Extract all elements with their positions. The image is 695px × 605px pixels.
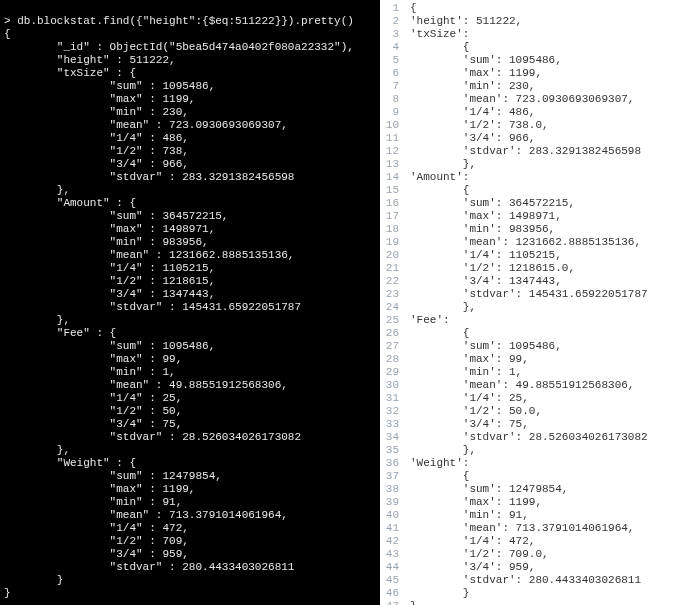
line-number: 29: [382, 366, 399, 379]
line-number: 44: [382, 561, 399, 574]
line-number: 30: [382, 379, 399, 392]
line-number: 33: [382, 418, 399, 431]
line-number: 32: [382, 405, 399, 418]
line-number: 14: [382, 171, 399, 184]
line-number: 1: [382, 2, 399, 15]
line-number: 10: [382, 119, 399, 132]
line-number: 31: [382, 392, 399, 405]
line-number: 46: [382, 587, 399, 600]
line-number: 6: [382, 67, 399, 80]
line-number: 39: [382, 496, 399, 509]
line-number: 38: [382, 483, 399, 496]
line-number: 43: [382, 548, 399, 561]
line-number: 4: [382, 41, 399, 54]
line-number: 3: [382, 28, 399, 41]
line-gutter: 1234567891011121314151617181920212223242…: [380, 0, 406, 605]
line-number: 27: [382, 340, 399, 353]
line-number: 12: [382, 145, 399, 158]
terminal-command: db.blockstat.find({"height":{$eq:511222}…: [17, 15, 354, 27]
line-number: 23: [382, 288, 399, 301]
terminal-output: { "_id" : ObjectId("5bea5d474a0402f080a2…: [4, 28, 376, 600]
terminal-pane[interactable]: > db.blockstat.find({"height":{$eq:51122…: [0, 0, 380, 605]
line-number: 45: [382, 574, 399, 587]
line-number: 17: [382, 210, 399, 223]
line-number: 2: [382, 15, 399, 28]
editor-pane[interactable]: 1234567891011121314151617181920212223242…: [380, 0, 695, 605]
line-number: 9: [382, 106, 399, 119]
line-number: 34: [382, 431, 399, 444]
line-number: 25: [382, 314, 399, 327]
line-number: 41: [382, 522, 399, 535]
line-number: 7: [382, 80, 399, 93]
line-number: 37: [382, 470, 399, 483]
prompt-glyph: >: [4, 15, 11, 27]
line-number: 40: [382, 509, 399, 522]
line-number: 5: [382, 54, 399, 67]
line-number: 36: [382, 457, 399, 470]
line-number: 19: [382, 236, 399, 249]
line-number: 22: [382, 275, 399, 288]
line-number: 47: [382, 600, 399, 605]
line-number: 15: [382, 184, 399, 197]
line-number: 42: [382, 535, 399, 548]
line-number: 8: [382, 93, 399, 106]
line-number: 21: [382, 262, 399, 275]
line-number: 35: [382, 444, 399, 457]
line-number: 13: [382, 158, 399, 171]
line-number: 18: [382, 223, 399, 236]
line-number: 24: [382, 301, 399, 314]
line-number: 16: [382, 197, 399, 210]
line-number: 28: [382, 353, 399, 366]
editor-code[interactable]: { 'height': 511222, 'txSize': { 'sum': 1…: [406, 0, 695, 605]
line-number: 11: [382, 132, 399, 145]
line-number: 26: [382, 327, 399, 340]
line-number: 20: [382, 249, 399, 262]
